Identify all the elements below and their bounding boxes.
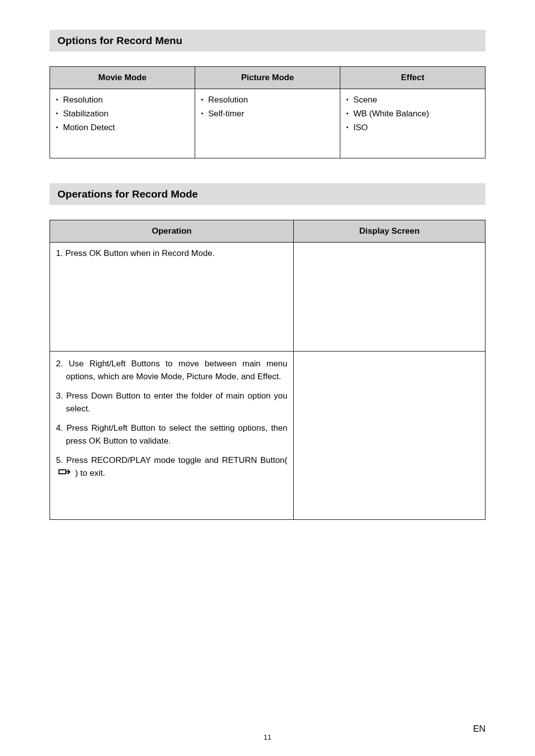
list-item: • Self-timer — [201, 109, 334, 119]
bullet-icon: • — [56, 95, 58, 105]
operation-step-5-text-b: ) to exit. — [75, 468, 105, 478]
list-item-label: Scene — [353, 95, 377, 105]
list-item-label: Self-timer — [208, 109, 244, 119]
options-table: Movie Mode Picture Mode Effect • Resolut… — [50, 66, 485, 158]
operations-table: Operation Display Screen 1. Press OK But… — [50, 220, 485, 520]
table-header-row: Operation Display Screen — [50, 220, 485, 243]
page-number: 11 — [50, 733, 485, 741]
operation-step-1: 1. Press OK Button when in Record Mode. — [56, 249, 214, 258]
table-row: • Resolution • Stabilization • Motion De… — [50, 89, 485, 158]
list-item-label: Resolution — [208, 95, 248, 105]
list-item-label: WB (White Balance) — [353, 109, 429, 119]
list-item-label: Motion Detect — [63, 123, 115, 133]
cell-effect: • Scene • WB (White Balance) • ISO — [340, 89, 485, 158]
bullet-icon: • — [346, 109, 348, 119]
cell-picture-mode: • Resolution • Self-timer — [195, 89, 340, 158]
list-item: • Resolution — [201, 95, 334, 105]
header-picture-mode: Picture Mode — [195, 67, 340, 89]
list-item: • Resolution — [56, 95, 189, 105]
header-operation: Operation — [50, 220, 294, 243]
list-item: • ISO — [346, 123, 479, 133]
operation-step-4: 4. Press Right/Left Button to select the… — [56, 422, 287, 447]
list-item-label: Stabilization — [63, 109, 108, 119]
cell-movie-mode: • Resolution • Stabilization • Motion De… — [50, 89, 195, 158]
operation-step-5-text-a: 5. Press RECORD/PLAY mode toggle and RET… — [56, 455, 287, 465]
bullet-icon: • — [56, 123, 58, 133]
table-header-row: Movie Mode Picture Mode Effect — [50, 67, 485, 89]
operation-step-5: 5. Press RECORD/PLAY mode toggle and RET… — [56, 454, 287, 480]
bullet-icon: • — [346, 123, 348, 133]
cell-display-2 — [294, 352, 485, 520]
list-item-label: Resolution — [63, 95, 103, 105]
header-movie-mode: Movie Mode — [50, 67, 195, 89]
list-item-label: ISO — [353, 123, 368, 133]
operation-step-3: 3. Press Down Button to enter the folder… — [56, 390, 287, 415]
list-item: • Stabilization — [56, 109, 189, 119]
cell-operation-2: 2. Use Right/Left Buttons to move betwee… — [50, 352, 294, 520]
bullet-icon: • — [346, 95, 348, 105]
section-header-operations: Operations for Record Mode — [50, 183, 485, 205]
bullet-icon: • — [201, 95, 203, 105]
bullet-icon: • — [201, 109, 203, 119]
list-item: • Motion Detect — [56, 123, 189, 133]
cell-operation-1: 1. Press OK Button when in Record Mode. — [50, 243, 294, 352]
operation-step-2: 2. Use Right/Left Buttons to move betwee… — [56, 357, 287, 383]
bullet-icon: • — [56, 109, 58, 119]
cell-display-1 — [294, 243, 485, 352]
page-language: EN — [473, 724, 485, 734]
section-header-options: Options for Record Menu — [50, 30, 485, 51]
header-effect: Effect — [340, 67, 485, 89]
list-item: • WB (White Balance) — [346, 109, 479, 119]
page-footer: 11 EN — [0, 733, 535, 741]
table-row: 1. Press OK Button when in Record Mode. — [50, 243, 485, 352]
return-icon — [67, 467, 72, 480]
list-item: • Scene — [346, 95, 479, 105]
header-display-screen: Display Screen — [294, 220, 485, 243]
table-row: 2. Use Right/Left Buttons to move betwee… — [50, 352, 485, 520]
